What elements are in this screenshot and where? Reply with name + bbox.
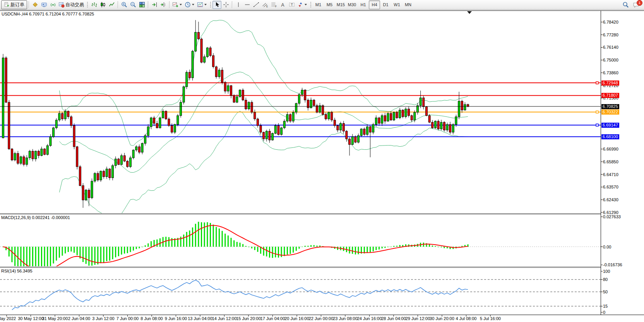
tab-m1[interactable]: M1: [313, 0, 324, 9]
arrows-tool-button[interactable]: [296, 1, 308, 9]
new-order-icon: [4, 2, 9, 7]
fibonacci-icon: F: [271, 2, 277, 8]
level-drag-point[interactable]: [596, 124, 598, 126]
cursor-tool-button[interactable]: [212, 1, 221, 9]
line-chart-button[interactable]: [107, 1, 116, 9]
toolbar-separator: [29, 1, 29, 8]
toolbar-separator: [148, 1, 148, 8]
tile-windows-icon: [139, 2, 145, 8]
text-icon: A: [280, 2, 286, 8]
bar-chart-button[interactable]: [89, 1, 98, 9]
auto-trading-button[interactable]: 自动交易: [57, 1, 85, 9]
fibonacci-tool-button[interactable]: F: [269, 1, 278, 9]
mt4-window: 新订单: [0, 0, 644, 322]
equidistant-channel-tool-button[interactable]: E: [260, 1, 269, 9]
periods-button[interactable]: [183, 1, 196, 9]
search-button[interactable]: [621, 1, 630, 9]
horizontal-line-tool-button[interactable]: [243, 1, 252, 9]
tab-h4[interactable]: H4: [369, 0, 380, 9]
svg-text:T: T: [291, 3, 293, 7]
macd-panel: [0, 222, 601, 274]
terminal-icon: [41, 2, 47, 8]
auto-trading-icon: [58, 2, 65, 8]
bollinger-bands: [59, 20, 468, 219]
trendline-icon: [253, 2, 259, 8]
auto-trading-label: 自动交易: [65, 2, 84, 8]
toolbar-drag-handle[interactable]: [209, 1, 211, 8]
tab-m30[interactable]: M30: [346, 0, 358, 9]
zoom-out-button[interactable]: [128, 1, 137, 9]
level-drag-point[interactable]: [596, 82, 598, 84]
chart-shift-icon: [160, 2, 166, 8]
chart-shift-marker[interactable]: [467, 11, 472, 14]
tab-d1[interactable]: D1: [380, 0, 391, 9]
auto-scroll-button[interactable]: [150, 1, 159, 9]
new-order-button[interactable]: 新订单: [1, 0, 27, 9]
candlestick-chart-button[interactable]: [98, 1, 107, 9]
line-chart-icon: [109, 2, 115, 8]
auto-scroll-icon: [151, 2, 158, 8]
chart-canvas[interactable]: [0, 0, 644, 322]
text-tool-button[interactable]: A: [278, 1, 287, 9]
toolbar-separator: [118, 1, 118, 8]
indicators-icon: [172, 2, 178, 8]
indicators-button[interactable]: [171, 1, 183, 9]
horizontal-line-icon: [244, 2, 250, 8]
notification-badge: 1: [637, 0, 642, 6]
toolbar: 新订单: [0, 0, 644, 10]
tab-m15[interactable]: M15: [335, 0, 346, 9]
search-icon: [622, 2, 629, 8]
notifications-button[interactable]: 1: [632, 1, 641, 9]
cursor-icon: [214, 2, 220, 8]
clock-icon: [185, 2, 191, 8]
rsi-panel: [0, 279, 601, 310]
templates-dropdown[interactable]: [204, 4, 207, 5]
equidistant-channel-icon: E: [262, 2, 268, 8]
text-label-icon: T: [289, 2, 295, 8]
signals-button[interactable]: [48, 1, 57, 9]
templates-button[interactable]: [196, 1, 208, 9]
tile-windows-button[interactable]: [137, 1, 146, 9]
zoom-in-button[interactable]: [120, 1, 128, 9]
market-watch-icon: [32, 2, 38, 8]
vertical-line-tool-button[interactable]: [234, 1, 243, 9]
tab-w1[interactable]: W1: [391, 0, 402, 9]
crosshair-icon: [223, 2, 229, 8]
toolbar-separator: [169, 1, 170, 8]
arrows-dropdown[interactable]: [305, 4, 307, 5]
candlestick-chart-icon: [100, 2, 106, 8]
indicators-dropdown[interactable]: [180, 4, 182, 5]
candles-layer: [2, 20, 469, 208]
market-watch-button[interactable]: [31, 1, 39, 9]
toolbar-separator: [232, 1, 232, 8]
terminal-button[interactable]: [39, 1, 48, 9]
vertical-line-icon: [235, 2, 242, 8]
tab-mn[interactable]: MN: [402, 0, 414, 9]
arrows-icon: [297, 2, 303, 8]
svg-text:A: A: [281, 2, 284, 8]
horizontal-level-lines[interactable]: [0, 82, 601, 137]
chart-shift-button[interactable]: [159, 1, 168, 9]
signals-icon: [50, 2, 56, 8]
crosshair-tool-button[interactable]: [221, 1, 230, 9]
toolbar-drag-handle[interactable]: [310, 1, 312, 8]
tab-m5[interactable]: M5: [324, 0, 335, 9]
text-label-tool-button[interactable]: T: [287, 1, 296, 9]
trendline-tool-button[interactable]: [252, 1, 260, 9]
svg-text:E: E: [266, 5, 268, 8]
zoom-out-icon: [130, 2, 136, 8]
templates-icon: [197, 2, 203, 8]
tab-h1[interactable]: H1: [358, 0, 369, 9]
periods-dropdown[interactable]: [192, 4, 194, 5]
new-order-label: 新订单: [10, 2, 24, 8]
level-drag-point[interactable]: [596, 111, 598, 113]
toolbar-drag-handle[interactable]: [86, 1, 88, 8]
svg-text:F: F: [275, 5, 277, 8]
bar-chart-icon: [91, 2, 97, 8]
zoom-in-icon: [121, 2, 127, 8]
